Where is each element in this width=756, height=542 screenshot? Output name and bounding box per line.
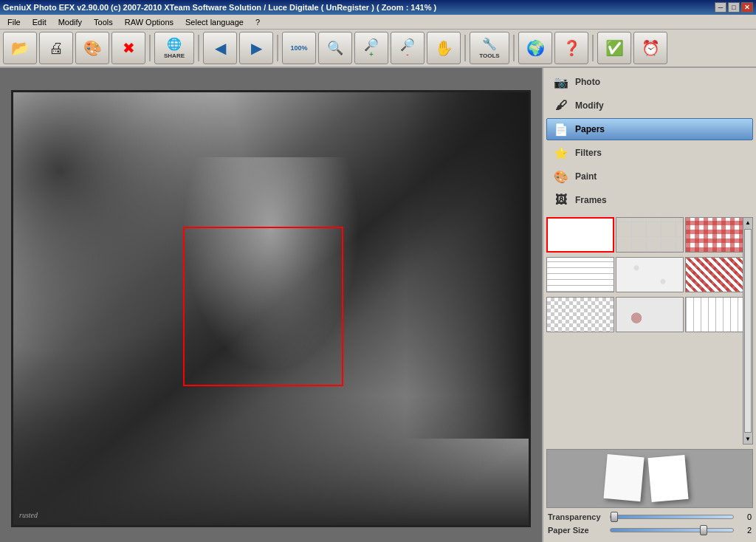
toolbar-sep-4	[464, 35, 466, 61]
restore-button[interactable]: □	[728, 2, 740, 13]
nav-frames-label: Frames	[575, 195, 607, 205]
paper-cell-grid[interactable]	[616, 217, 684, 253]
scroll-thumb[interactable]	[744, 229, 752, 433]
menu-modify[interactable]: Modify	[54, 16, 86, 28]
forward-button[interactable]: ▶	[239, 32, 273, 64]
nav-buttons: 📷 Photo 🖌 Modify 📄 Papers ⭐ Filters 🎨 Pa…	[543, 68, 756, 214]
share-icon: 🌐	[167, 37, 182, 51]
tools-icon: 🔧	[482, 37, 497, 51]
toolbar: 📂 🖨 🎨 ✖ 🌐 SHARE ◀ ▶ 100% 🔍 🔎 + 🔎 - ✋ 🔧 T…	[0, 30, 756, 68]
paper-cell-butterfly[interactable]	[616, 297, 684, 332]
open-button[interactable]: 📂	[3, 32, 37, 64]
tools-label: TOOLS	[479, 52, 499, 59]
history-button[interactable]: ⏰	[633, 32, 667, 64]
toolbar-sep-1	[149, 35, 151, 61]
transparency-value: 0	[737, 512, 752, 521]
nav-paint-label: Paint	[575, 171, 597, 182]
scroll-down-arrow[interactable]: ▼	[743, 434, 752, 444]
zoom-fit-button[interactable]: 🔍	[318, 32, 352, 64]
paper-size-track[interactable]	[610, 528, 734, 532]
paper-grid-scrollbar[interactable]: ▲ ▼	[743, 217, 753, 445]
paper-size-slider-row: Paper Size 2	[548, 526, 752, 535]
frames-nav-icon: 🖼	[553, 192, 569, 208]
paper-size-thumb[interactable]	[700, 525, 707, 535]
paper-size-value: 2	[737, 526, 752, 535]
photo-image: rusted	[13, 92, 529, 525]
menu-bar: File Edit Modify Tools RAW Options Selec…	[0, 15, 756, 30]
print-icon: 🖨	[49, 40, 63, 57]
open-icon: 📂	[11, 39, 30, 57]
forward-icon: ▶	[251, 39, 262, 57]
papers-nav-icon: 📄	[553, 121, 569, 137]
close-photo-button[interactable]: ✖	[111, 32, 145, 64]
nav-frames[interactable]: 🖼 Frames	[546, 189, 753, 211]
nav-photo[interactable]: 📷 Photo	[546, 71, 753, 93]
transparency-thumb[interactable]	[611, 512, 618, 522]
zoom-100-button[interactable]: 100%	[282, 32, 316, 64]
paper-cell-flower[interactable]	[616, 257, 684, 292]
paint-nav-icon: 🎨	[553, 168, 569, 185]
transparency-label: Transparency	[548, 512, 607, 521]
modify-nav-icon: 🖌	[553, 97, 569, 114]
right-panel: 📷 Photo 🖌 Modify 📄 Papers ⭐ Filters 🎨 Pa…	[542, 68, 756, 542]
zoom-in-button[interactable]: 🔎 +	[354, 32, 388, 64]
nav-modify[interactable]: 🖌 Modify	[546, 95, 753, 117]
menu-edit[interactable]: Edit	[28, 16, 51, 28]
nav-papers[interactable]: 📄 Papers	[546, 118, 753, 140]
pan-icon: ✋	[435, 39, 453, 57]
menu-file[interactable]: File	[3, 16, 25, 28]
back-button[interactable]: ◀	[203, 32, 237, 64]
print-button[interactable]: 🖨	[39, 32, 73, 64]
preview-paper-front	[647, 455, 688, 502]
watermark-text: rusted	[19, 511, 38, 519]
zoom-out-button[interactable]: 🔎 -	[391, 32, 425, 64]
paper-cell-gray-geo[interactable]	[546, 297, 614, 332]
minimize-button[interactable]: ─	[715, 2, 726, 13]
globe-icon: 🌍	[526, 39, 545, 57]
transparency-track[interactable]	[610, 515, 734, 519]
paper-cell-lines[interactable]	[546, 257, 614, 292]
globe-button[interactable]: 🌍	[518, 32, 552, 64]
nav-paint[interactable]: 🎨 Paint	[546, 165, 753, 188]
toolbar-sep-2	[198, 35, 199, 61]
close-photo-icon: ✖	[123, 39, 135, 57]
history-icon: ⏰	[642, 39, 660, 57]
tools-button[interactable]: 🔧 TOOLS	[470, 32, 509, 64]
color-button[interactable]: 🎨	[75, 32, 109, 64]
filters-nav-icon: ⭐	[553, 145, 569, 161]
nav-modify-label: Modify	[575, 100, 604, 111]
menu-language[interactable]: Select language	[181, 16, 248, 28]
color-icon: 🎨	[83, 39, 102, 57]
main-area: rusted 📷 Photo 🖌 Modify 📄 Papers ⭐ Filte…	[0, 68, 756, 542]
photo-nav-icon: 📷	[553, 74, 569, 90]
menu-tools[interactable]: Tools	[89, 16, 117, 28]
back-icon: ◀	[215, 39, 226, 57]
paper-grid	[546, 217, 753, 335]
menu-raw[interactable]: RAW Options	[120, 16, 178, 28]
transparency-slider-row: Transparency 0	[548, 512, 752, 521]
scroll-up-arrow[interactable]: ▲	[743, 218, 752, 227]
sliders-area: Transparency 0 Paper Size 2	[543, 510, 756, 542]
menu-help[interactable]: ?	[251, 16, 264, 28]
toolbar-sep-3	[277, 35, 278, 61]
paper-size-label: Paper Size	[548, 526, 607, 535]
title-controls[interactable]: ─ □ ✕	[715, 2, 753, 13]
zoom-fit-icon: 🔍	[327, 40, 343, 56]
nav-filters[interactable]: ⭐ Filters	[546, 142, 753, 164]
help-icon: ❓	[563, 39, 581, 57]
title-bar: GeniuX Photo EFX v2.90.00 (c) 2007-2010 …	[0, 0, 756, 15]
apply-button[interactable]: ✅	[597, 32, 631, 64]
toolbar-sep-6	[592, 35, 594, 61]
close-button[interactable]: ✕	[741, 2, 753, 13]
share-label: SHARE	[164, 52, 185, 59]
help-button[interactable]: ❓	[554, 32, 588, 64]
canvas-area: rusted	[0, 68, 542, 542]
pan-button[interactable]: ✋	[427, 32, 461, 64]
share-button[interactable]: 🌐 SHARE	[154, 32, 194, 64]
paper-cell-blank[interactable]	[546, 217, 614, 253]
nav-papers-label: Papers	[575, 124, 605, 134]
toolbar-sep-5	[513, 35, 515, 61]
nav-photo-label: Photo	[575, 77, 600, 87]
paper-grid-container: ▲ ▼	[543, 214, 756, 447]
photo-container[interactable]: rusted	[11, 90, 531, 527]
